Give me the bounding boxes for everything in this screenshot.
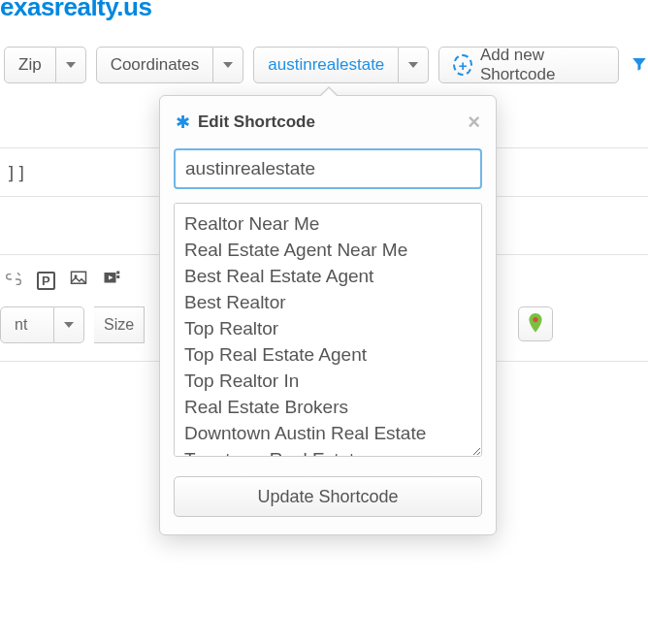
coordinates-button[interactable]: Coordinates <box>96 47 214 83</box>
size-select-group: Size <box>94 306 145 343</box>
zip-dropdown-toggle[interactable] <box>56 47 86 83</box>
coordinates-button-group: Coordinates <box>96 47 244 83</box>
brand-text: exasrealty.us <box>0 0 151 22</box>
shortcode-button-group: austinrealestate <box>253 47 429 83</box>
editor-icon-row: P <box>4 270 121 292</box>
unlink-icon[interactable] <box>4 270 23 292</box>
active-shortcode-button[interactable]: austinrealestate <box>253 47 399 83</box>
list-item[interactable]: Best Realtor <box>184 290 471 316</box>
add-new-shortcode-button[interactable]: + Add new Shortcode <box>438 47 619 83</box>
image-icon[interactable] <box>69 270 88 292</box>
paragraph-icon[interactable]: P <box>37 272 55 290</box>
media-icon[interactable] <box>102 270 121 292</box>
list-item[interactable]: Downtown Austin Real Estate <box>184 421 471 447</box>
add-new-label: Add new Shortcode <box>480 46 604 84</box>
shortcode-name-input[interactable] <box>174 148 482 189</box>
list-item[interactable]: Top Realtor In <box>184 369 471 395</box>
svg-point-6 <box>533 317 537 322</box>
update-shortcode-button[interactable]: Update Shortcode <box>174 476 482 517</box>
list-item[interactable]: Best Real Estate Agent <box>184 264 471 290</box>
shortcode-content-text: ]] <box>6 163 27 183</box>
chevron-down-icon <box>64 322 74 328</box>
close-icon[interactable]: × <box>468 110 480 135</box>
font-select-group: nt <box>0 306 84 343</box>
chevron-down-icon <box>66 62 76 68</box>
font-select[interactable]: nt <box>0 306 54 343</box>
list-item[interactable]: Tarrytown Real Estate <box>184 447 471 457</box>
svg-line-0 <box>17 273 20 275</box>
coordinates-dropdown-toggle[interactable] <box>213 47 243 83</box>
keywords-listbox[interactable]: Realtor Near Me Real Estate Agent Near M… <box>174 203 482 457</box>
size-select[interactable]: Size <box>94 306 145 343</box>
svg-rect-4 <box>116 272 119 274</box>
chevron-down-icon <box>223 62 233 68</box>
zip-button-group: Zip <box>4 47 86 83</box>
modal-body: Realtor Near Me Real Estate Agent Near M… <box>160 145 496 534</box>
modal-header: ✱ Edit Shortcode × <box>160 96 496 145</box>
chevron-down-icon <box>408 62 418 68</box>
shortcode-dropdown-toggle[interactable] <box>399 47 429 83</box>
list-item[interactable]: Real Estate Brokers <box>184 395 471 421</box>
map-marker-button[interactable] <box>518 306 553 341</box>
modal-title: Edit Shortcode <box>198 113 315 132</box>
format-toolbar: nt Size <box>0 306 145 343</box>
edit-shortcode-modal: ✱ Edit Shortcode × Realtor Near Me Real … <box>159 95 497 535</box>
list-item[interactable]: Realtor Near Me <box>184 211 471 238</box>
list-item[interactable]: Top Real Estate Agent <box>184 342 471 369</box>
top-toolbar: Zip Coordinates austinrealestate + Add n… <box>0 47 648 83</box>
zip-button[interactable]: Zip <box>4 47 56 83</box>
filter-icon[interactable] <box>629 51 648 79</box>
plus-circle-icon: + <box>453 54 472 76</box>
font-dropdown-toggle[interactable] <box>54 306 84 343</box>
list-item[interactable]: Top Realtor <box>184 316 471 342</box>
star-icon: ✱ <box>176 112 190 133</box>
svg-rect-5 <box>116 275 119 278</box>
list-item[interactable]: Real Estate Agent Near Me <box>184 238 471 264</box>
